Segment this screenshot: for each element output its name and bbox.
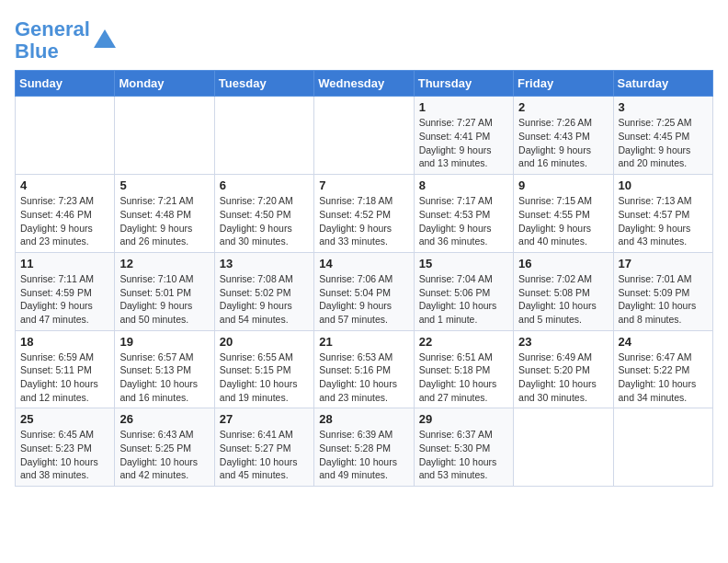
- day-number: 13: [220, 257, 309, 270]
- weekday-header-sunday: Sunday: [16, 71, 115, 97]
- calendar-cell: 24Sunrise: 6:47 AM Sunset: 5:22 PM Dayli…: [613, 330, 712, 408]
- weekday-header-row: SundayMondayTuesdayWednesdayThursdayFrid…: [16, 71, 713, 97]
- day-info: Sunrise: 6:41 AM Sunset: 5:27 PM Dayligh…: [220, 428, 309, 482]
- day-number: 27: [220, 412, 309, 426]
- day-number: 25: [20, 412, 109, 426]
- day-number: 6: [220, 178, 309, 192]
- calendar-cell: [314, 97, 414, 175]
- calendar-cell: 5Sunrise: 7:21 AM Sunset: 4:48 PM Daylig…: [115, 175, 214, 253]
- calendar-cell: 25Sunrise: 6:45 AM Sunset: 5:23 PM Dayli…: [16, 408, 115, 487]
- calendar-cell: [16, 97, 115, 175]
- day-info: Sunrise: 6:59 AM Sunset: 5:11 PM Dayligh…: [20, 350, 109, 405]
- day-number: 29: [419, 412, 508, 426]
- calendar-cell: 21Sunrise: 6:53 AM Sunset: 5:16 PM Dayli…: [314, 330, 414, 408]
- calendar-cell: 28Sunrise: 6:39 AM Sunset: 5:28 PM Dayli…: [314, 408, 414, 487]
- week-row-5: 25Sunrise: 6:45 AM Sunset: 5:23 PM Dayli…: [16, 408, 713, 487]
- logo-general: General: [15, 17, 90, 40]
- day-info: Sunrise: 7:01 AM Sunset: 5:09 PM Dayligh…: [619, 272, 708, 327]
- calendar-cell: 22Sunrise: 6:51 AM Sunset: 5:18 PM Dayli…: [414, 330, 513, 408]
- calendar-cell: 27Sunrise: 6:41 AM Sunset: 5:27 PM Dayli…: [214, 408, 313, 487]
- day-info: Sunrise: 7:18 AM Sunset: 4:52 PM Dayligh…: [319, 194, 408, 248]
- day-number: 16: [518, 257, 608, 270]
- day-number: 14: [319, 257, 408, 270]
- day-number: 15: [419, 257, 508, 270]
- day-number: 10: [619, 178, 708, 192]
- weekday-header-tuesday: Tuesday: [214, 71, 313, 97]
- calendar-cell: 16Sunrise: 7:02 AM Sunset: 5:08 PM Dayli…: [514, 252, 613, 330]
- day-number: 23: [518, 335, 608, 349]
- day-info: Sunrise: 6:53 AM Sunset: 5:16 PM Dayligh…: [319, 350, 408, 405]
- day-number: 21: [319, 335, 408, 349]
- day-number: 24: [619, 335, 708, 349]
- calendar-cell: 10Sunrise: 7:13 AM Sunset: 4:57 PM Dayli…: [613, 175, 712, 253]
- day-number: 11: [20, 257, 109, 270]
- week-row-1: 1Sunrise: 7:27 AM Sunset: 4:41 PM Daylig…: [16, 97, 713, 175]
- day-info: Sunrise: 6:45 AM Sunset: 5:23 PM Dayligh…: [20, 428, 109, 482]
- calendar-cell: 29Sunrise: 6:37 AM Sunset: 5:30 PM Dayli…: [414, 408, 513, 487]
- day-number: 8: [419, 178, 508, 192]
- day-info: Sunrise: 6:49 AM Sunset: 5:20 PM Dayligh…: [518, 350, 608, 405]
- weekday-header-friday: Friday: [514, 71, 613, 97]
- day-info: Sunrise: 7:23 AM Sunset: 4:46 PM Dayligh…: [20, 194, 109, 248]
- day-info: Sunrise: 6:37 AM Sunset: 5:30 PM Dayligh…: [419, 428, 508, 482]
- day-info: Sunrise: 7:20 AM Sunset: 4:50 PM Dayligh…: [220, 194, 309, 248]
- week-row-2: 4Sunrise: 7:23 AM Sunset: 4:46 PM Daylig…: [16, 175, 713, 253]
- day-number: 9: [518, 178, 608, 192]
- calendar-cell: 9Sunrise: 7:15 AM Sunset: 4:55 PM Daylig…: [514, 175, 613, 253]
- day-info: Sunrise: 7:06 AM Sunset: 5:04 PM Dayligh…: [319, 272, 408, 327]
- calendar-cell: 11Sunrise: 7:11 AM Sunset: 4:59 PM Dayli…: [16, 252, 115, 330]
- calendar-cell: 14Sunrise: 7:06 AM Sunset: 5:04 PM Dayli…: [314, 252, 414, 330]
- calendar-cell: [214, 97, 313, 175]
- calendar-cell: 17Sunrise: 7:01 AM Sunset: 5:09 PM Dayli…: [613, 252, 712, 330]
- header: General Blue: [15, 15, 713, 63]
- calendar-cell: 20Sunrise: 6:55 AM Sunset: 5:15 PM Dayli…: [214, 330, 313, 408]
- day-info: Sunrise: 7:26 AM Sunset: 4:43 PM Dayligh…: [518, 116, 608, 170]
- day-info: Sunrise: 6:55 AM Sunset: 5:15 PM Dayligh…: [220, 350, 309, 405]
- day-number: 12: [119, 257, 209, 270]
- day-number: 4: [20, 178, 109, 192]
- calendar-cell: [514, 408, 613, 487]
- logo: General Blue: [15, 18, 118, 63]
- calendar-cell: 1Sunrise: 7:27 AM Sunset: 4:41 PM Daylig…: [414, 97, 513, 175]
- svg-marker-0: [94, 29, 116, 48]
- day-info: Sunrise: 6:47 AM Sunset: 5:22 PM Dayligh…: [619, 350, 708, 405]
- weekday-header-wednesday: Wednesday: [314, 71, 414, 97]
- day-info: Sunrise: 7:21 AM Sunset: 4:48 PM Dayligh…: [119, 194, 209, 248]
- calendar-cell: 4Sunrise: 7:23 AM Sunset: 4:46 PM Daylig…: [16, 175, 115, 253]
- day-number: 22: [419, 335, 508, 349]
- day-info: Sunrise: 7:08 AM Sunset: 5:02 PM Dayligh…: [220, 272, 309, 327]
- calendar-cell: 19Sunrise: 6:57 AM Sunset: 5:13 PM Dayli…: [115, 330, 214, 408]
- day-info: Sunrise: 7:11 AM Sunset: 4:59 PM Dayligh…: [20, 272, 109, 327]
- day-number: 20: [220, 335, 309, 349]
- calendar-table: SundayMondayTuesdayWednesdayThursdayFrid…: [15, 70, 713, 487]
- calendar-cell: 13Sunrise: 7:08 AM Sunset: 5:02 PM Dayli…: [214, 252, 313, 330]
- day-info: Sunrise: 6:51 AM Sunset: 5:18 PM Dayligh…: [419, 350, 508, 405]
- day-number: 5: [119, 178, 209, 192]
- day-number: 19: [119, 335, 209, 349]
- calendar-cell: 8Sunrise: 7:17 AM Sunset: 4:53 PM Daylig…: [414, 175, 513, 253]
- weekday-header-monday: Monday: [115, 71, 214, 97]
- logo-text: General Blue: [15, 18, 90, 63]
- day-info: Sunrise: 7:15 AM Sunset: 4:55 PM Dayligh…: [518, 194, 608, 248]
- calendar-cell: 15Sunrise: 7:04 AM Sunset: 5:06 PM Dayli…: [414, 252, 513, 330]
- calendar-cell: [613, 408, 712, 487]
- day-number: 7: [319, 178, 408, 192]
- week-row-3: 11Sunrise: 7:11 AM Sunset: 4:59 PM Dayli…: [16, 252, 713, 330]
- day-number: 1: [419, 100, 508, 114]
- day-info: Sunrise: 6:57 AM Sunset: 5:13 PM Dayligh…: [119, 350, 209, 405]
- calendar-cell: 3Sunrise: 7:25 AM Sunset: 4:45 PM Daylig…: [613, 97, 712, 175]
- calendar-cell: 2Sunrise: 7:26 AM Sunset: 4:43 PM Daylig…: [514, 97, 613, 175]
- day-info: Sunrise: 6:39 AM Sunset: 5:28 PM Dayligh…: [319, 428, 408, 482]
- calendar-cell: 12Sunrise: 7:10 AM Sunset: 5:01 PM Dayli…: [115, 252, 214, 330]
- day-info: Sunrise: 7:02 AM Sunset: 5:08 PM Dayligh…: [518, 272, 608, 327]
- day-number: 17: [619, 257, 708, 270]
- day-info: Sunrise: 7:25 AM Sunset: 4:45 PM Dayligh…: [619, 116, 708, 170]
- calendar-cell: 6Sunrise: 7:20 AM Sunset: 4:50 PM Daylig…: [214, 175, 313, 253]
- logo-icon: [92, 28, 118, 53]
- week-row-4: 18Sunrise: 6:59 AM Sunset: 5:11 PM Dayli…: [16, 330, 713, 408]
- day-number: 18: [20, 335, 109, 349]
- calendar-cell: 26Sunrise: 6:43 AM Sunset: 5:25 PM Dayli…: [115, 408, 214, 487]
- calendar-cell: [115, 97, 214, 175]
- calendar-cell: 18Sunrise: 6:59 AM Sunset: 5:11 PM Dayli…: [16, 330, 115, 408]
- day-number: 3: [619, 100, 708, 114]
